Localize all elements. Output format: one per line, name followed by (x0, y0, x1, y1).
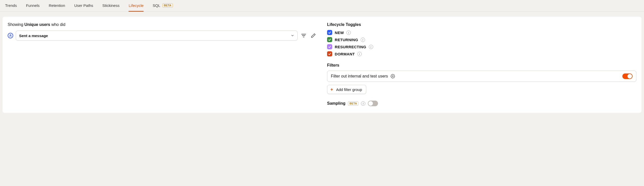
series-letter-badge: A (8, 33, 13, 38)
tab-label: Lifecycle (129, 3, 143, 8)
info-icon[interactable]: i (369, 45, 373, 49)
tab-trends[interactable]: Trends (5, 0, 17, 12)
intro-suffix: who did (50, 22, 65, 27)
tabs-nav: TrendsFunnelsRetentionUser PathsStickine… (0, 0, 644, 12)
internal-test-filter-toggle[interactable] (622, 73, 633, 79)
checkbox[interactable] (327, 30, 332, 35)
filters-title: Filters (327, 63, 636, 68)
intro-strong: Unique users (24, 22, 50, 27)
checkbox[interactable] (327, 44, 332, 49)
filter-icon-button[interactable] (300, 32, 307, 39)
tab-label: SQL (153, 3, 160, 8)
config-card: Showing Unique users who did A Sent a me… (3, 17, 641, 113)
chevron-down-icon (291, 34, 294, 37)
tab-funnels[interactable]: Funnels (26, 0, 39, 12)
info-icon[interactable]: i (346, 30, 351, 35)
lifecycle-toggles-title: Lifecycle Toggles (327, 22, 636, 27)
lifecycle-toggle-dormant: DORMANTi (327, 51, 636, 56)
sampling-title: Sampling (327, 101, 345, 106)
add-filter-group-button[interactable]: + Add filter group (327, 85, 366, 94)
svg-point-3 (392, 76, 394, 77)
tab-retention[interactable]: Retention (49, 0, 65, 12)
toggle-label: DORMANT (335, 52, 355, 56)
gear-icon-button[interactable] (390, 74, 395, 79)
lifecycle-toggle-resurrecting: RESURRECTINGi (327, 44, 636, 49)
tab-sql[interactable]: SQLBETA (153, 0, 173, 12)
checkbox[interactable] (327, 51, 332, 56)
lifecycle-toggle-returning: RETURNINGi (327, 37, 636, 42)
toggle-label: NEW (335, 30, 344, 35)
checkbox[interactable] (327, 37, 332, 42)
intro-text: Showing Unique users who did (8, 22, 317, 27)
intro-prefix: Showing (8, 22, 24, 27)
sampling-toggle[interactable] (368, 101, 378, 106)
plus-icon: + (330, 87, 333, 92)
info-icon[interactable]: i (361, 101, 365, 106)
event-select-label: Sent a message (19, 34, 48, 38)
internal-test-filter-label: Filter out internal and test users (331, 74, 388, 79)
info-icon[interactable]: i (357, 52, 362, 56)
tab-label: Trends (5, 3, 17, 8)
tab-user-paths[interactable]: User Paths (74, 0, 93, 12)
tab-lifecycle[interactable]: Lifecycle (129, 0, 143, 12)
tab-label: User Paths (74, 3, 93, 8)
toggle-label: RETURNING (335, 38, 358, 42)
tab-label: Funnels (26, 3, 39, 8)
tab-label: Retention (49, 3, 65, 8)
tab-label: Stickiness (102, 3, 120, 8)
info-icon[interactable]: i (361, 38, 365, 42)
beta-badge: BETA (162, 3, 173, 8)
internal-test-filter-row: Filter out internal and test users (327, 71, 636, 82)
tab-stickiness[interactable]: Stickiness (102, 0, 120, 12)
sampling-beta-badge: BETA (348, 101, 358, 106)
lifecycle-toggle-new: NEWi (327, 30, 636, 35)
add-filter-group-label: Add filter group (336, 87, 362, 92)
edit-icon-button[interactable] (310, 32, 317, 39)
event-select[interactable]: Sent a message (16, 30, 298, 41)
toggle-label: RESURRECTING (335, 45, 366, 49)
lifecycle-toggle-list: NEWiRETURNINGiRESURRECTINGiDORMANTi (327, 30, 636, 56)
